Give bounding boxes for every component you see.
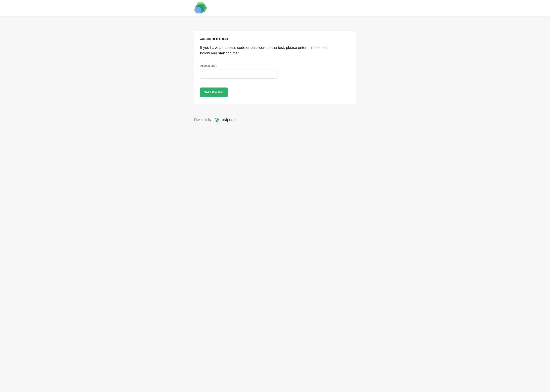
access-code-label: Access code [200,64,350,67]
checkmark-circle-icon [215,118,219,122]
main-content: ACCESS TO THE TEST If you have an access… [193,16,357,110]
app-header [0,0,550,16]
testportal-logo-link[interactable]: testportal [215,118,237,122]
card-description: If you have an access code or password t… [200,45,329,56]
take-test-button[interactable]: Take the test [200,88,228,97]
access-card: ACCESS TO THE TEST If you have an access… [194,31,356,104]
brand-logo-icon [194,2,207,14]
svg-point-4 [215,118,218,121]
access-code-input[interactable] [200,69,278,79]
powered-by-label: Powered by [194,118,211,122]
footer: Powered by testportal [193,110,357,130]
testportal-wordmark: testportal [220,118,237,122]
card-title: ACCESS TO THE TEST [200,38,350,41]
